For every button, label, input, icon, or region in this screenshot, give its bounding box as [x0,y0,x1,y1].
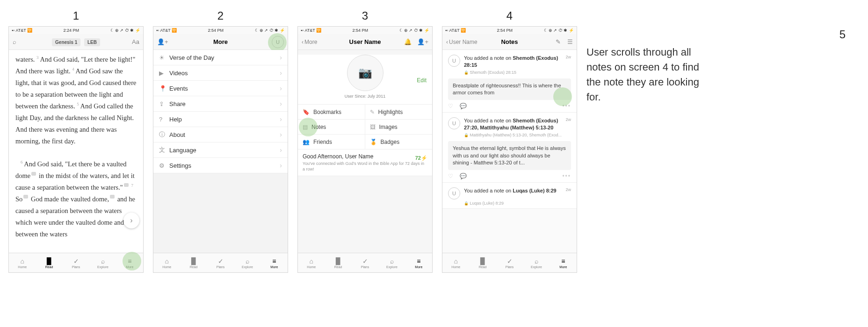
tab-bar: ⌂Home▉Read✓Plans⌕Explore≡More [298,253,432,272]
tab-explore[interactable]: ⌕Explore [378,253,405,272]
note-card[interactable]: UYou added a note on Shemoth (Exodus) 28… [442,50,577,113]
next-chapter-button[interactable]: › [123,213,139,228]
status-bar: ▪▫AT&T🛜 2:54 PM ☾⊕ ↗ ⏱ ✱ ⚡ [153,27,288,34]
more-navbar: 👤+ More U [153,34,288,50]
screen-4: ▪▫AT&T🛜 2:54 PM ☾⊕ ↗ ⏱ ✱ ⚡ ‹ User Name N… [442,26,577,273]
font-icon[interactable]: Aa [132,38,139,45]
note-reference: 🔒 Luqas (Luke) 8:29 [448,201,571,206]
tab-plans[interactable]: ✓Plans [63,253,89,272]
profile-item-bookmarks[interactable]: 🔖Bookmarks [298,105,365,120]
note-time: 2w [565,187,571,192]
profile-item-images[interactable]: 🖼Images [365,120,433,135]
tab-read[interactable]: ▉Read [36,253,62,272]
comment-icon[interactable]: 💬 [460,173,467,179]
profile-content: 📷 Edit User Since: July 2011 🔖Bookmarks✎… [298,50,432,253]
list-icon[interactable]: ☰ [567,38,573,45]
menu-item-share[interactable]: ⇪Share› [153,96,288,112]
greeting-card: Good Afternoon, User Name You've connect… [298,149,432,176]
tab-more[interactable]: ≡More [550,253,577,272]
user-since: User Since: July 2011 [298,94,432,99]
screen-3: ▪▫AT&T🛜 2:54 PM ☾⊕ ↗ ⏱ ✱ ⚡ ‹ More User N… [297,26,433,273]
add-friend-icon[interactable]: 👤+ [417,38,428,45]
back-button[interactable]: ‹ More [302,39,317,45]
profile-navbar: ‹ More User Name 🔔 👤+ [298,34,432,50]
bell-icon[interactable]: 🔔 [404,38,412,45]
tab-bar: ⌂Home▉Read✓Plans⌕Explore≡More [9,253,143,272]
tab-plans[interactable]: ✓Plans [352,253,378,272]
screen-number-4: 4 [506,9,513,22]
add-friend-icon[interactable]: 👤+ [157,38,168,45]
reader-navbar: ⌕ Genesis 1 LEB Aa [9,34,143,50]
avatar-icon: U [448,187,460,199]
screen-2: ▪▫AT&T🛜 2:54 PM ☾⊕ ↗ ⏱ ✱ ⚡ 👤+ More U ☀Ve… [153,26,288,273]
streak-badge: 72⚡ [415,155,427,161]
menu-item-verse-of-the-day[interactable]: ☀Verse of the Day› [153,50,288,65]
profile-item-badges[interactable]: 🏅Badges [365,135,433,149]
menu-item-events[interactable]: 📍Events› [153,81,288,96]
reference-pill[interactable]: Genesis 1 [52,38,80,46]
more-menu: ☀Verse of the Day›▶Videos›📍Events›⇪Share… [153,50,288,253]
notes-list[interactable]: UYou added a note on Shemoth (Exodus) 28… [442,50,577,253]
heart-icon[interactable]: ♡ [448,103,453,109]
more-icon[interactable]: ••• [562,103,571,109]
version-pill[interactable]: LEB [84,38,100,46]
profile-item-friends[interactable]: 👥Friends [298,135,365,149]
profile-item-highlights[interactable]: ✎Highlights [365,105,433,120]
menu-item-language[interactable]: 文Language› [153,142,288,158]
note-body: Breastplate of righteousness!! This is w… [448,78,571,100]
tab-bar: ⌂Home▉Read✓Plans⌕Explore≡More [442,253,577,272]
profile-photo[interactable]: 📷 [347,55,383,91]
search-icon[interactable]: ⌕ [13,38,16,45]
avatar-icon: U [448,55,460,67]
avatar-icon: U [448,117,460,129]
tab-explore[interactable]: ⌕Explore [89,253,116,272]
back-button[interactable]: ‹ User Name [446,39,477,45]
tab-more[interactable]: ≡More [405,253,432,272]
menu-item-help[interactable]: ?Help› [153,112,288,127]
tab-read[interactable]: ▉Read [180,253,207,272]
note-body: Yeshua the eternal light, symbol that He… [448,141,571,170]
comment-icon[interactable]: 💬 [460,103,467,109]
screen-number-3: 3 [362,9,368,22]
instruction-text: User scrolls through all notes on screen… [586,45,713,105]
tab-more[interactable]: ≡More [116,253,143,272]
tab-explore[interactable]: ⌕Explore [523,253,550,272]
note-card[interactable]: UYou added a note on Shemoth (Exodus) 27… [442,113,577,183]
status-bar: ▪▫AT&T🛜 2:54 PM ☾⊕ ↗ ⏱ ✱ ⚡ [298,27,432,34]
menu-item-settings[interactable]: ⚙Settings› [153,158,288,173]
screen-number-1: 1 [73,9,79,22]
tab-home[interactable]: ⌂Home [9,253,36,272]
status-bar: ▪▫AT&T🛜 2:54 PM ☾⊕ ↗ ⏱ ✱ ⚡ [442,27,577,34]
tab-read[interactable]: ▉Read [325,253,351,272]
tab-more[interactable]: ≡More [261,253,288,272]
heart-icon[interactable]: ♡ [448,173,453,179]
compose-icon[interactable]: ✎ [556,38,561,45]
note-reference: 🔒 Shemoth (Exodus) 28:15 [448,70,571,75]
note-reference: 🔒 Mattithyahu (Matthew) 5:13-20, Shemoth… [448,133,571,137]
more-icon[interactable]: ••• [562,173,571,179]
tab-bar: ⌂Home▉Read✓Plans⌕Explore≡More [153,253,288,272]
notes-navbar: ‹ User Name Notes ✎ ☰ [442,34,577,50]
tab-read[interactable]: ▉Read [469,253,496,272]
profile-item-notes[interactable]: ▤Notes [298,120,365,135]
tab-plans[interactable]: ✓Plans [496,253,523,272]
reader-content[interactable]: waters. 3 And God said, "Let there be li… [9,50,143,253]
note-time: 2w [565,117,571,122]
screen-number-5: 5 [586,28,860,41]
tab-explore[interactable]: ⌕Explore [234,253,260,272]
note-card[interactable]: UYou added a note on Luqas (Luke) 8:292w… [442,183,577,209]
screen-1: ▪▫AT&T🛜 2:24 PM ☾⊕ ↗ ⏱ ✱ ⚡ ⌕ Genesis 1 L… [8,26,144,273]
note-time: 2w [565,55,571,59]
tab-home[interactable]: ⌂Home [298,253,325,272]
tab-home[interactable]: ⌂Home [153,253,180,272]
tab-plans[interactable]: ✓Plans [207,253,234,272]
screen-number-2: 2 [217,9,224,22]
menu-item-videos[interactable]: ▶Videos› [153,65,288,81]
tab-home[interactable]: ⌂Home [442,253,469,272]
edit-button[interactable]: Edit [417,77,427,84]
status-bar: ▪▫AT&T🛜 2:24 PM ☾⊕ ↗ ⏱ ✱ ⚡ [9,27,143,34]
menu-item-about[interactable]: ⓘAbout› [153,127,288,142]
profile-avatar-button[interactable]: U [272,36,284,48]
